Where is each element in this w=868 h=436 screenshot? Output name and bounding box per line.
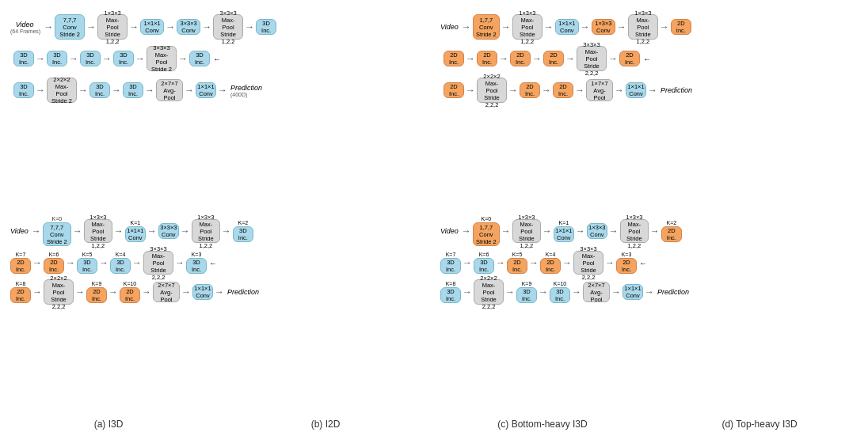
k0-label-c: K=0 — [52, 216, 63, 222]
diagram-d-row1: Video → K=0 1,7,7ConvStride 2 → 1×3×3Max… — [440, 216, 858, 246]
prediction-label-d: Prediction — [657, 288, 689, 296]
node-3d-inc-d6: 3DInc. — [474, 258, 494, 274]
node-avgpool-d: 2×7×7Avg-Pool — [583, 282, 610, 302]
diagram-b-row3: 2DInc. → 2×2×2Max-PoolStride2,2,2 → 2DIn… — [440, 78, 858, 103]
arrow: → — [532, 53, 542, 64]
back-arrow-a: ← — [213, 55, 221, 63]
node-3d-inc-5a: 3DInc. — [113, 51, 134, 66]
diagram-a: Video (64 Frames) → 7,7,7ConvStride 2 → … — [4, 8, 434, 210]
k7-label-d: K=7 — [446, 252, 456, 257]
node-1x1x1-conv-a: 1×1×1Conv — [196, 82, 216, 98]
arrow: → — [645, 286, 654, 298]
arrow: → — [78, 85, 88, 96]
arrow: → — [36, 53, 45, 64]
node-maxpool3d: 3×3×3Max-PoolStride2,2,2 — [573, 251, 603, 275]
node-maxpool3c: 3×3×3Max-PoolStride2,2,2 — [143, 251, 173, 275]
k7-label-c: K=7 — [16, 252, 26, 257]
node-maxpool2d: 1×3×3Max-PoolStride1,2,2 — [620, 219, 649, 243]
diagram-c-row2: K=7 2DInc. → K=6 2DInc. → K=5 3DInc. → K… — [10, 251, 428, 275]
arrow: → — [245, 21, 254, 32]
node-1x1x1-d: 1×1×1Conv — [554, 226, 574, 242]
k1-label-c: K=1 — [131, 220, 141, 226]
arrow: → — [611, 286, 621, 298]
video-label-b: Video — [440, 23, 459, 31]
node-3d-inc-4a: 3DInc. — [80, 51, 101, 66]
arrow: → — [466, 85, 475, 96]
arrow: → — [499, 53, 508, 64]
arrow: → — [581, 21, 590, 32]
node-maxpool1c: 1×3×3Max-PoolStride1,2,2 — [84, 219, 112, 243]
arrow: → — [222, 226, 231, 237]
node-3d-inc-d8: 3DInc. — [440, 287, 461, 303]
k9-label-d: K=9 — [522, 281, 532, 286]
video-label-d: Video — [440, 227, 459, 235]
diagram-c: Video → K=0 7,7,7ConvStride 2 → 1×3×3Max… — [4, 210, 434, 411]
main-container: Video (64 Frames) → 7,7,7ConvStride 2 → … — [0, 0, 868, 411]
node-177-conv-b: 1,7,7ConvStride 2 — [473, 14, 500, 40]
arrow: → — [147, 226, 157, 237]
diagram-a-row2: 3DInc. → 3DInc. → 3DInc. → 3DInc. → 3×3×… — [10, 46, 428, 71]
arrow: → — [462, 21, 471, 32]
node-3d-inc-d10: 3DInc. — [550, 287, 570, 303]
k6-label-d: K=6 — [479, 252, 489, 257]
arrow: → — [508, 85, 518, 96]
diagram-d-row2: K=7 3DInc. → K=6 3DInc. → K=5 2DInc. → K… — [440, 251, 858, 275]
node-2d-inc-6b: 2DInc. — [619, 51, 640, 66]
arrow: → — [575, 85, 584, 96]
node-2d-inc-1b: 2DInc. — [671, 19, 691, 35]
arrow: → — [215, 286, 224, 298]
back-arrow-c: ← — [209, 259, 217, 267]
node-maxpool4a: 2×2×2Max-PoolStride 2 — [47, 78, 77, 103]
arrow: → — [32, 257, 42, 268]
node-maxpool3a: 3×3×3Max-PoolStride 2 — [147, 46, 177, 71]
node-177-d: 1,7,7ConvStride 2 — [473, 222, 500, 246]
diagram-d: Video → K=0 1,7,7ConvStride 2 → 1×3×3Max… — [434, 210, 864, 411]
node-2d-inc-7b: 2DInc. — [444, 82, 464, 98]
node-1x1x1-conv-c: 1×1×1Conv — [192, 284, 213, 300]
arrow: → — [135, 53, 145, 64]
arrow: → — [615, 85, 624, 96]
prediction-label-b: Prediction — [661, 86, 692, 94]
arrow: → — [501, 226, 511, 237]
arrow: → — [544, 21, 554, 32]
video-label-c: Video — [10, 227, 29, 235]
arrow: → — [463, 286, 472, 298]
video-sublabel-a: (64 Frames) — [10, 28, 40, 34]
node-maxpool4d: 2×2×2Max-PoolStride2,2,2 — [474, 279, 504, 305]
node-1x1x1-conv-d: 1×1×1Conv — [622, 284, 643, 300]
node-2d-inc-2b: 2DInc. — [444, 51, 464, 66]
arrow: → — [36, 85, 45, 96]
arrow: → — [660, 21, 669, 32]
arrow: → — [108, 286, 118, 298]
node-avgpool-c: 2×7×7Avg-Pool — [153, 282, 180, 302]
k8-label-d: K=8 — [446, 281, 456, 286]
k5-label-d: K=5 — [512, 252, 523, 257]
k2-label-d: K=2 — [667, 220, 677, 226]
node-1x1x1-a: 1×1×1Conv — [140, 19, 164, 35]
arrow: → — [86, 21, 96, 32]
arrow: → — [539, 286, 548, 298]
arrow: → — [145, 85, 154, 96]
node-2d-inc-3b: 2DInc. — [477, 51, 497, 66]
node-maxpool4b: 2×2×2Max-PoolStride2,2,2 — [477, 78, 507, 103]
node-3d-inc-d7: 3DInc. — [440, 258, 461, 274]
caption-c: (c) Bottom-heavy I3D — [434, 419, 651, 430]
arrow: → — [542, 226, 552, 237]
node-3d-inc-7a: 3DInc. — [13, 82, 34, 98]
node-2d-inc-d4: 2DInc. — [540, 258, 561, 274]
arrow: → — [466, 53, 475, 64]
back-arrow-b: ← — [643, 55, 651, 63]
arrow: → — [129, 21, 139, 32]
diagram-d-row3: K=8 3DInc. → 2×2×2Max-PoolStride2,2,2 → … — [440, 279, 858, 305]
node-2d-inc-c10: 2DInc. — [120, 287, 140, 303]
arrow: → — [202, 21, 211, 32]
node-777-conv: 7,7,7ConvStride 2 — [55, 14, 85, 40]
k5-label-c: K=5 — [82, 252, 93, 257]
arrow: → — [69, 53, 78, 64]
k3-label-c: K=3 — [192, 252, 202, 257]
arrow: → — [608, 53, 618, 64]
arrow: → — [142, 286, 151, 298]
arrow: → — [529, 257, 539, 268]
arrow: → — [178, 53, 188, 64]
diagram-a-row3: 3DInc. → 2×2×2Max-PoolStride 2 → 3DInc. … — [10, 78, 428, 103]
